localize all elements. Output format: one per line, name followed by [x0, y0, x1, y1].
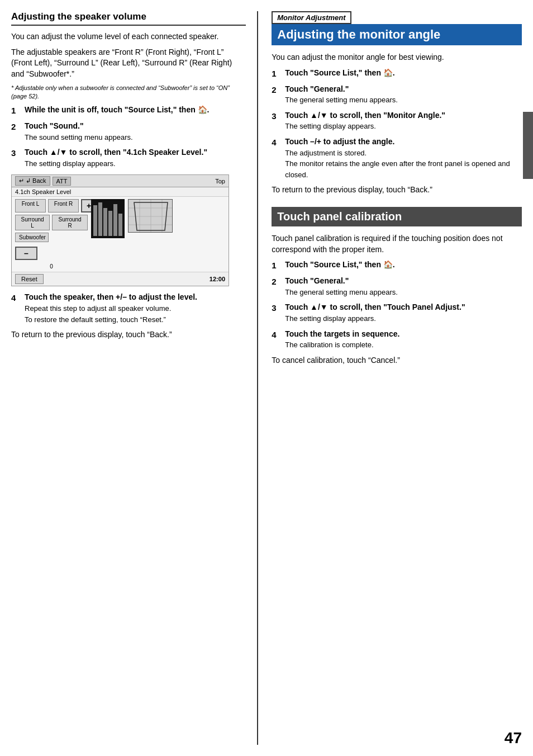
grid-display [128, 199, 173, 233]
right1-step-1-main: Touch "Source List," then 🏠. [285, 68, 394, 77]
level-bars-area [91, 199, 125, 238]
display-bottom-bar: Reset 12:00 [12, 272, 229, 286]
left-footnote: * Adjustable only when a subwoofer is co… [11, 84, 246, 100]
left-step-3-sub: The setting display appears. [25, 159, 116, 168]
display-sub-row: Subwoofer [15, 233, 88, 242]
left-step-3: 3 Touch ▲/▼ to scroll, then "4.1ch Speak… [11, 147, 246, 169]
time-display: 12:00 [210, 276, 225, 282]
reset-btn: Reset [15, 274, 44, 284]
svg-rect-1 [98, 202, 102, 236]
left-step-3-content: Touch ▲/▼ to scroll, then "4.1ch Speaker… [25, 147, 246, 169]
right2-step-2-content: Touch "General." The general setting men… [285, 276, 522, 297]
right2-step-1: 1 Touch "Source List," then 🏠. [272, 259, 522, 271]
svg-rect-5 [118, 214, 122, 236]
right2-step-3-main: Touch ▲/▼ to scroll, then "Touch Panel A… [285, 303, 465, 311]
right1-step-4-sub1: The adjustment is stored. [285, 149, 367, 157]
right1-step-2-sub: The general setting menu appears. [285, 96, 398, 104]
display-back-label: ↲ Back [26, 177, 46, 185]
right2-step-4-content: Touch the targets in sequence. The calib… [285, 329, 522, 351]
right1-step-1-content: Touch "Source List," then 🏠. [285, 68, 522, 79]
right1-step-2: 2 Touch "General." The general setting m… [272, 84, 522, 106]
right1-step-4-content: Touch –/+ to adjust the angle. The adjus… [285, 136, 522, 180]
left-step-3-num: 3 [11, 147, 22, 159]
left-step-1-num: 1 [11, 105, 22, 116]
left-step-2-content: Touch "Sound." The sound setting menu ap… [25, 121, 246, 143]
right1-step-4-num: 4 [272, 136, 283, 148]
left-column: Adjusting the speaker volume You can adj… [11, 11, 258, 745]
right2-step-2-sub: The general setting menu appears. [285, 288, 398, 296]
front-l-btn: Front L [15, 199, 46, 212]
left-intro2: The adjustable speakers are “Front R” (F… [11, 47, 246, 80]
page-number: 47 [505, 729, 522, 747]
left-step-3-main: Touch ▲/▼ to scroll, then "4.1ch Speaker… [25, 148, 207, 157]
right1-step-2-main: Touch "General." [285, 84, 349, 93]
display-top-label: Top [215, 178, 225, 185]
display-back-btn: ↵ ↲ Back [15, 176, 50, 186]
minus-btn: – [15, 247, 37, 260]
speaker-display: ↵ ↲ Back ATT Top 4.1ch Speaker Level Fro… [11, 174, 229, 286]
right-column: Monitor Adjustment Adjusting the monitor… [258, 11, 522, 745]
left-step-1-content: While the unit is off, touch "Source Lis… [25, 105, 246, 116]
zero-label: 0 [15, 263, 88, 270]
right2-step-1-num: 1 [272, 259, 283, 271]
svg-rect-4 [113, 204, 117, 236]
right1-back-note: To return to the previous display, touch… [272, 185, 522, 196]
display-left-controls: Front L Front R + Surround L Surround R … [15, 199, 88, 270]
right2-step-3: 3 Touch ▲/▼ to scroll, then "Touch Panel… [272, 302, 522, 324]
right2-step-2: 2 Touch "General." The general setting m… [272, 276, 522, 297]
right2-step-4-sub: The calibration is complete. [285, 341, 373, 349]
svg-rect-0 [93, 205, 97, 236]
left-step-2-main: Touch "Sound." [25, 121, 84, 130]
sidebar-strip [523, 112, 533, 179]
left-step-4-content: Touch the speaker, then +/– to adjust th… [25, 292, 246, 325]
monitor-angle-intro: You can adjust the monitor angle for bes… [272, 52, 522, 63]
right2-step-2-num: 2 [272, 276, 283, 287]
left-step-1-main: While the unit is off, touch "Source Lis… [25, 105, 210, 114]
touch-panel-intro: Touch panel calibration is required if t… [272, 233, 522, 255]
right1-step-4: 4 Touch –/+ to adjust the angle. The adj… [272, 136, 522, 180]
subwoofer-btn: Subwoofer [15, 233, 49, 242]
display-main-area: Front L Front R + Surround L Surround R … [12, 197, 229, 272]
right2-step-3-num: 3 [272, 302, 283, 314]
right2-step-4-num: 4 [272, 329, 283, 341]
right1-step-4-sub2: The monitor retains the angle even after… [285, 159, 510, 179]
right1-step-2-num: 2 [272, 84, 283, 96]
monitor-angle-title: Adjusting the monitor angle [272, 24, 522, 45]
right2-step-4: 4 Touch the targets in sequence. The cal… [272, 329, 522, 351]
left-step-4-sub1: Repeat this step to adjust all speaker v… [25, 304, 171, 313]
display-channel-label: 4.1ch Speaker Level [12, 187, 229, 197]
right2-step-4-main: Touch the targets in sequence. [285, 329, 399, 338]
home-icon-r2: 🏠 [383, 260, 393, 269]
right1-step-1-num: 1 [272, 68, 283, 79]
left-step-4-sub2: To restore the default setting, touch “R… [25, 315, 166, 324]
right2-step-1-content: Touch "Source List," then 🏠. [285, 259, 522, 271]
right2-step-3-sub: The setting display appears. [285, 314, 376, 323]
back-arrow-icon: ↵ [19, 177, 24, 185]
right1-step-4-main: Touch –/+ to adjust the angle. [285, 137, 394, 146]
left-back-note: To return to the previous display, touch… [11, 329, 246, 341]
left-step-1: 1 While the unit is off, touch "Source L… [11, 105, 246, 116]
right1-step-3-num: 3 [272, 110, 283, 122]
page-container: Adjusting the speaker volume You can adj… [0, 0, 533, 756]
left-step-2: 2 Touch "Sound." The sound setting menu … [11, 121, 246, 143]
monitor-adjustment-tag: Monitor Adjustment [272, 11, 351, 24]
display-surround-row: Surround L Surround R [15, 215, 88, 230]
home-icon-r1: 🏠 [383, 68, 393, 77]
left-step-2-sub: The sound setting menu appears. [25, 133, 133, 141]
right1-step-3: 3 Touch ▲/▼ to scroll, then "Monitor Ang… [272, 110, 522, 132]
surround-l-btn: Surround L [15, 215, 50, 230]
display-front-row: Front L Front R + [15, 199, 88, 212]
left-step-2-num: 2 [11, 121, 22, 133]
right1-step-1: 1 Touch "Source List," then 🏠. [272, 68, 522, 79]
left-step-4-num: 4 [11, 292, 22, 304]
svg-rect-3 [108, 211, 112, 236]
level-bars-svg [93, 200, 122, 236]
display-att-label: ATT [56, 178, 68, 185]
display-att-btn: ATT [53, 177, 72, 186]
right1-step-3-main: Touch ▲/▼ to scroll, then "Monitor Angle… [285, 111, 445, 120]
left-step-4-main: Touch the speaker, then +/– to adjust th… [25, 292, 197, 301]
surround-r-btn: Surround R [52, 215, 88, 230]
front-r-btn: Front R [48, 199, 79, 212]
left-intro1: You can adjust the volume level of each … [11, 31, 246, 42]
right1-step-3-sub: The setting display appears. [285, 122, 376, 130]
